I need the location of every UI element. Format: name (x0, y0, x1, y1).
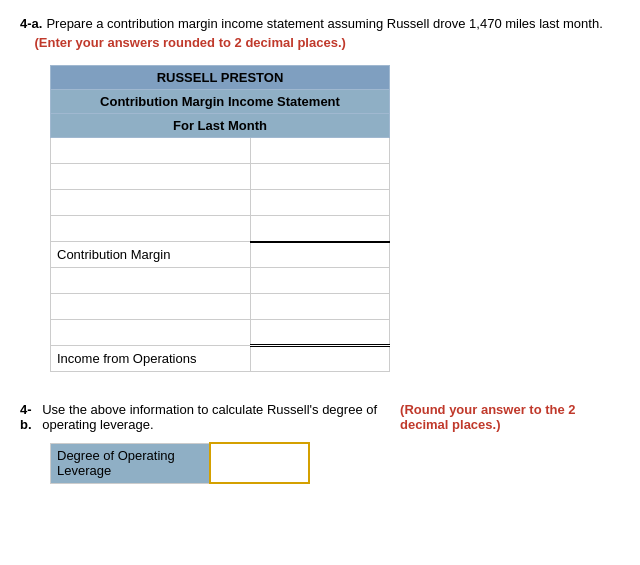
table-row (51, 138, 390, 164)
row-input[interactable] (257, 169, 383, 184)
table-row (51, 164, 390, 190)
row-input-cell[interactable] (250, 138, 389, 164)
dol-input-cell[interactable] (210, 443, 309, 483)
row-input[interactable] (257, 325, 383, 340)
question-4a-section: 4-a. Prepare a contribution margin incom… (20, 16, 620, 372)
table-row (51, 294, 390, 320)
table-period: For Last Month (51, 114, 390, 138)
income-operations-input[interactable] (257, 352, 383, 367)
question-4b-text: Use the above information to calculate R… (42, 402, 396, 432)
row-label (51, 138, 251, 164)
table-row (51, 216, 390, 242)
row-input-cell[interactable] (250, 216, 389, 242)
income-operations-input-cell[interactable] (250, 346, 389, 372)
row-input[interactable] (257, 299, 383, 314)
row-input[interactable] (257, 195, 383, 210)
row-input-cell[interactable] (250, 320, 389, 346)
dol-label: Degree of Operating Leverage (51, 443, 210, 483)
question-4a-note: (Enter your answers rounded to 2 decimal… (20, 35, 620, 50)
question-4b-label: 4-b. (20, 402, 38, 432)
income-from-operations-row: Income from Operations (51, 346, 390, 372)
question-4a-label: 4-a. (20, 16, 42, 31)
question-4a-text: Prepare a contribution margin income sta… (46, 16, 602, 31)
question-4b-section: 4-b. Use the above information to calcul… (20, 402, 620, 484)
contribution-margin-row: Contribution Margin (51, 242, 390, 268)
row-input[interactable] (257, 143, 383, 158)
table-row (51, 190, 390, 216)
row-input-cell[interactable] (250, 268, 389, 294)
contribution-margin-input-cell[interactable] (250, 242, 389, 268)
contribution-margin-input[interactable] (257, 247, 383, 262)
dol-row: Degree of Operating Leverage (51, 443, 310, 483)
row-input-cell[interactable] (250, 294, 389, 320)
row-label (51, 216, 251, 242)
row-label (51, 294, 251, 320)
contribution-margin-label: Contribution Margin (51, 242, 251, 268)
dol-table: Degree of Operating Leverage (50, 442, 310, 484)
income-statement-table: RUSSELL PRESTON Contribution Margin Inco… (50, 65, 390, 372)
row-label (51, 320, 251, 346)
row-label (51, 164, 251, 190)
row-input[interactable] (257, 273, 383, 288)
dol-input[interactable] (217, 456, 302, 471)
table-row (51, 268, 390, 294)
table-subtitle: Contribution Margin Income Statement (51, 90, 390, 114)
row-input-cell[interactable] (250, 164, 389, 190)
table-title: RUSSELL PRESTON (51, 66, 390, 90)
row-label (51, 190, 251, 216)
row-input-cell[interactable] (250, 190, 389, 216)
income-operations-label: Income from Operations (51, 346, 251, 372)
row-label (51, 268, 251, 294)
table-row (51, 320, 390, 346)
row-input[interactable] (257, 221, 383, 236)
